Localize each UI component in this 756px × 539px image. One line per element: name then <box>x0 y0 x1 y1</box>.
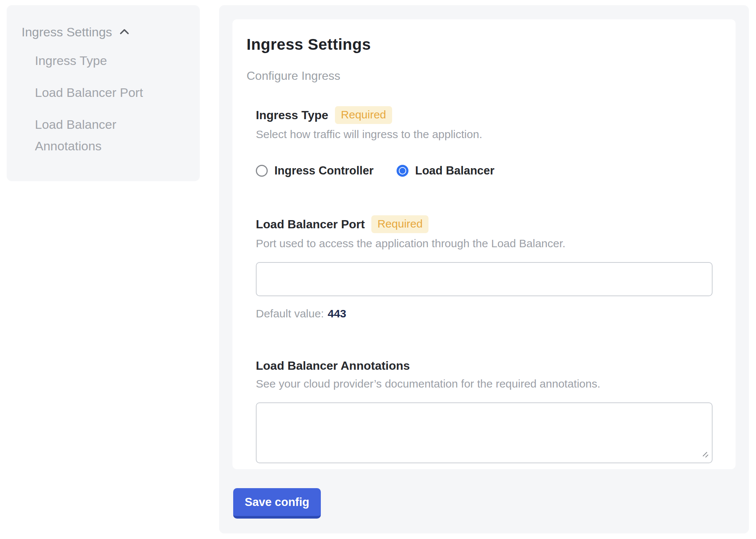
section-ingress-type: Ingress Type Required Select how traffic… <box>256 106 713 178</box>
ingress-type-label: Ingress Type <box>256 107 328 123</box>
ingress-settings-card: Ingress Settings Configure Ingress Ingre… <box>232 19 736 469</box>
default-value: 443 <box>328 307 346 320</box>
page-subtitle: Configure Ingress <box>247 68 713 83</box>
chevron-up-icon <box>118 26 131 38</box>
save-config-button[interactable]: Save config <box>233 488 321 519</box>
toc-item-load-balancer-annotations[interactable]: Load Balancer Annotations <box>22 114 185 157</box>
toc-list: Ingress Type Load Balancer Port Load Bal… <box>22 50 185 157</box>
load-balancer-annotations-description: See your cloud provider’s documentation … <box>256 376 713 391</box>
settings-toc-sidebar: Ingress Settings Ingress Type Load Balan… <box>7 5 200 181</box>
ingress-type-radio-group: Ingress Controller Load Balancer <box>256 163 713 178</box>
radio-button-load-balancer[interactable] <box>397 165 408 177</box>
section-load-balancer-annotations: Load Balancer Annotations See your cloud… <box>256 358 713 463</box>
radio-button-ingress-controller[interactable] <box>256 165 268 177</box>
sidebar-section-ingress-settings[interactable]: Ingress Settings <box>22 24 185 39</box>
load-balancer-port-input[interactable] <box>256 262 713 296</box>
default-value-row: Default value:443 <box>256 307 713 321</box>
load-balancer-port-label: Load Balancer Port <box>256 216 365 232</box>
default-value-label: Default value: <box>256 307 324 320</box>
ingress-type-description: Select how traffic will ingress to the a… <box>256 127 713 142</box>
sidebar-section-label: Ingress Settings <box>22 24 112 39</box>
load-balancer-annotations-textarea[interactable] <box>256 402 713 463</box>
toc-item-ingress-type[interactable]: Ingress Type <box>22 50 185 71</box>
radio-option-ingress-controller[interactable]: Ingress Controller <box>256 163 374 178</box>
required-badge: Required <box>371 215 428 233</box>
radio-option-load-balancer[interactable]: Load Balancer <box>397 163 495 178</box>
section-load-balancer-port: Load Balancer Port Required Port used to… <box>256 215 713 321</box>
toc-item-load-balancer-port[interactable]: Load Balancer Port <box>22 82 185 103</box>
radio-label-ingress-controller: Ingress Controller <box>274 163 374 178</box>
settings-main-panel: Ingress Settings Configure Ingress Ingre… <box>219 5 749 533</box>
radio-label-load-balancer: Load Balancer <box>415 163 495 178</box>
required-badge: Required <box>335 106 392 124</box>
load-balancer-port-description: Port used to access the application thro… <box>256 236 713 251</box>
load-balancer-annotations-label: Load Balancer Annotations <box>256 358 410 373</box>
page-title: Ingress Settings <box>247 35 713 54</box>
annotations-textarea-wrap <box>256 402 713 463</box>
